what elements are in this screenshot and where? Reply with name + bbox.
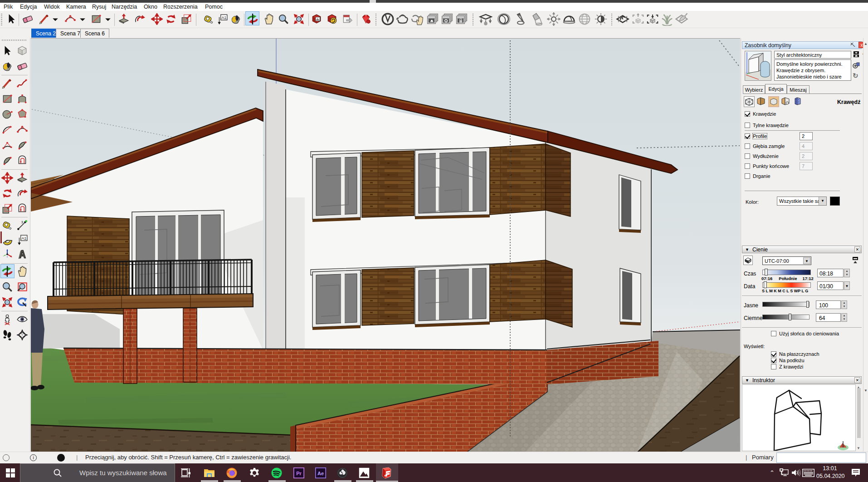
svg-text:C: C [21, 332, 24, 335]
svg-text:°: ° [22, 335, 23, 338]
svg-text:3: 3 [21, 220, 23, 224]
svg-text:Ae: Ae [317, 471, 324, 476]
svg-text:Pr: Pr [296, 471, 302, 476]
svg-text:A1: A1 [21, 236, 26, 241]
svg-text:A1: A1 [221, 15, 226, 20]
